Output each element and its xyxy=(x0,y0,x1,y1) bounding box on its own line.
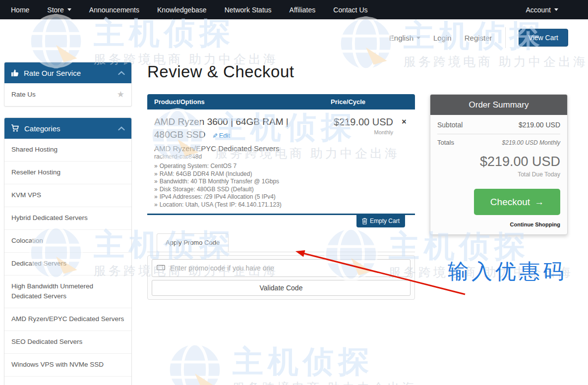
promo-code-input[interactable] xyxy=(152,259,411,277)
watermark-globe-icon xyxy=(166,341,224,385)
pencil-icon: ✎ xyxy=(210,133,219,138)
sidebar-item-high-bandwidth[interactable]: High Bandwidth Unmetered Dedicated Serve… xyxy=(4,275,131,309)
shopping-cart-icon xyxy=(11,124,19,132)
cart-item-remove-col: × xyxy=(393,115,415,209)
tab-apply-promo-code[interactable]: Apply Promo Code xyxy=(157,233,229,252)
language-label: English xyxy=(389,34,413,42)
rate-service-title: Rate Our Service xyxy=(24,69,81,77)
chevron-up-icon xyxy=(118,126,125,131)
promo-tabbar: Apply Promo Code xyxy=(147,233,415,252)
sidebar-item-colocation[interactable]: Colocation xyxy=(4,230,131,253)
cart-item-category: AMD Ryzen/EPYC Dedicated Servers xyxy=(154,144,320,153)
trash-icon xyxy=(362,218,367,224)
watermark: 主机侦探 服务跨境电商 助力中企出海 xyxy=(27,12,278,70)
caret-down-icon xyxy=(554,8,558,11)
arrow-right-icon: → xyxy=(534,197,544,208)
nav-contact-us[interactable]: Contact Us xyxy=(333,6,367,14)
sidebar-item-windows-vps[interactable]: Windows VPS with NVMe SSD xyxy=(4,354,131,377)
nav-network-status[interactable]: Network Status xyxy=(225,6,272,14)
sidebar-item-rate-us[interactable]: Rate Us ★ xyxy=(4,83,131,106)
bullet-icon: » xyxy=(154,193,158,200)
sidebar-item-amd-epyc-dedicated[interactable]: AMD Ryzen/EPYC Dedicated Servers xyxy=(4,308,131,331)
spec-text: Bandwidth: 40 TB Monthly Transfer @ 1Gbp… xyxy=(160,178,279,185)
bullet-icon: » xyxy=(154,170,158,177)
rate-us-label: Rate Us xyxy=(11,90,36,100)
spec-line: »Bandwidth: 40 TB Monthly Transfer @ 1Gb… xyxy=(154,178,320,186)
view-cart-button[interactable]: View Cart xyxy=(519,29,568,47)
secondary-header: English Login Register View Cart xyxy=(389,27,568,48)
sidebar-item-dedicated-servers[interactable]: Dedicated Servers xyxy=(4,253,131,275)
star-icon: ★ xyxy=(117,88,124,101)
register-link[interactable]: Register xyxy=(465,34,492,42)
page-title: Review & Checkout xyxy=(147,62,294,81)
spec-text: IPv4 Addresses: /29 IPv4 Allocation (5 I… xyxy=(160,193,276,200)
nav-affiliates[interactable]: Affiliates xyxy=(290,6,316,14)
edit-item-link[interactable]: ✎Edit xyxy=(212,132,230,139)
column-price-cycle: Price/Cycle xyxy=(331,98,408,106)
cart-item-name: AMD Ryzen 3600 | 64GB RAM | 480GB SSD ✎E… xyxy=(154,115,320,141)
validate-code-button[interactable]: Validate Code xyxy=(152,280,411,296)
spec-line: »IPv4 Addresses: /29 IPv4 Allocation (5 … xyxy=(154,193,320,201)
sidebar-item-shared-hosting[interactable]: Shared Hosting xyxy=(4,139,131,162)
bullet-icon: » xyxy=(154,186,158,193)
cart-item-price-col: $219.00 USD Monthly xyxy=(320,115,393,209)
bullet-icon: » xyxy=(154,178,158,185)
continue-shopping-link[interactable]: Continue Shopping xyxy=(437,221,560,227)
promo-box: Validate Code xyxy=(147,255,415,300)
cart-item-price: $219.00 USD xyxy=(320,116,393,128)
empty-cart-label: Empty Cart xyxy=(370,218,400,224)
language-dropdown[interactable]: English xyxy=(389,34,420,42)
watermark-text: 主机侦探 服务跨境电商 助力中企出海 xyxy=(94,12,278,67)
cart-item-specs: »Operating System: CentOS 7 »RAM: 64GB D… xyxy=(154,163,320,209)
cart-item-row: AMD Ryzen 3600 | 64GB RAM | 480GB SSD ✎E… xyxy=(147,110,415,215)
sidebar-item-reseller-hosting[interactable]: Reseller Hosting xyxy=(4,162,131,184)
subtotal-row: Subtotal $219.00 USD xyxy=(437,121,560,134)
caret-down-icon xyxy=(67,8,71,11)
spec-line: »Location: Utah, USA (Test IP: 64.140.17… xyxy=(154,201,320,209)
subtotal-label: Subtotal xyxy=(437,121,463,129)
subtotal-value: $219.00 USD xyxy=(519,121,560,129)
watermark-tagline: 服务跨境电商 助力中企出海 xyxy=(233,380,417,385)
sidebar-item-kvm-vps[interactable]: KVM VPS xyxy=(4,184,131,207)
order-summary-title: Order Summary xyxy=(430,95,567,115)
spec-line: »RAM: 64GB DDR4 RAM (Included) xyxy=(154,170,320,178)
categories-header[interactable]: Categories xyxy=(4,118,131,139)
nav-store-label: Store xyxy=(47,6,63,14)
categories-panel: Categories Shared Hosting Reseller Hosti… xyxy=(4,117,132,385)
spec-text: Operating System: CentOS 7 xyxy=(160,163,236,169)
order-summary-body: Subtotal $219.00 USD Totals $219.00 USD … xyxy=(430,115,567,234)
watermark-brand: 主机侦探 xyxy=(94,16,278,50)
thumbs-up-icon xyxy=(11,69,19,77)
categories-title: Categories xyxy=(24,124,60,133)
sidebar-item-seo-dedicated[interactable]: SEO Dedicated Servers xyxy=(4,331,131,354)
nav-account-label: Account xyxy=(526,6,551,14)
total-due-amount: $219.00 USD xyxy=(437,154,560,169)
checkout-label: Checkout xyxy=(490,197,530,208)
cart-actions: Empty Cart xyxy=(147,215,415,227)
watermark-tagline: 服务跨境电商 助力中企出海 xyxy=(404,54,588,70)
remove-item-icon[interactable]: × xyxy=(402,117,406,126)
checkout-button[interactable]: Checkout → xyxy=(474,189,560,215)
ticket-icon xyxy=(157,264,165,273)
nav-knowledgebase[interactable]: Knowledgebase xyxy=(157,6,207,14)
nav-home[interactable]: Home xyxy=(11,6,29,14)
top-navbar: Home Store Announcements Knowledgebase N… xyxy=(0,0,588,19)
bullet-icon: » xyxy=(154,201,158,208)
sidebar-item-amd-ryzen-kvm[interactable]: AMD Ryzen Linux KVM VPS xyxy=(4,377,131,385)
totals-label: Totals xyxy=(437,139,454,146)
login-link[interactable]: Login xyxy=(433,34,452,42)
spec-line: »Operating System: CentOS 7 xyxy=(154,163,320,170)
empty-cart-button[interactable]: Empty Cart xyxy=(356,215,405,227)
sidebar-item-hybrid-dedicated[interactable]: Hybrid Dedicated Servers xyxy=(4,207,131,230)
spec-text: Location: Utah, USA (Test IP: 64.140.171… xyxy=(160,201,282,208)
divider xyxy=(505,27,506,48)
totals-value: $219.00 USD Monthly xyxy=(502,139,560,146)
nav-store[interactable]: Store xyxy=(47,6,71,14)
rate-service-header[interactable]: Rate Our Service xyxy=(4,62,131,83)
cart-table-header: Product/Options Price/Cycle xyxy=(147,94,415,110)
watermark-globe-icon xyxy=(27,12,85,70)
cart-item-info: AMD Ryzen 3600 | 64GB RAM | 480GB SSD ✎E… xyxy=(154,115,320,209)
nav-announcements[interactable]: Announcements xyxy=(89,6,139,14)
nav-account[interactable]: Account xyxy=(526,6,558,14)
rate-service-panel: Rate Our Service Rate Us ★ xyxy=(4,62,132,107)
